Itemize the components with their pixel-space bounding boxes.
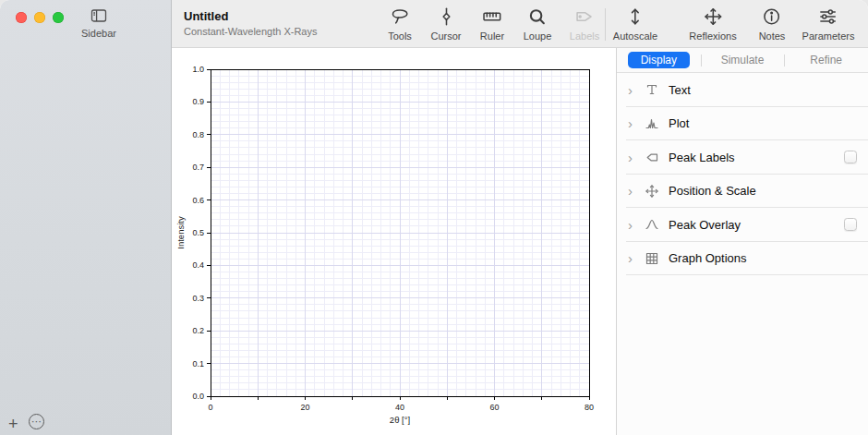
toolbar-button-label: Labels (570, 30, 599, 42)
sidebar-toggle-icon (90, 7, 108, 27)
chevron-right-icon[interactable]: › (628, 251, 640, 265)
svg-text:2θ [°]: 2θ [°] (390, 415, 410, 425)
close-window-button[interactable] (16, 12, 27, 23)
notes-info-icon (762, 6, 782, 30)
parameters-sliders-icon (818, 6, 838, 30)
inspector-tab-bar: Display Simulate Refine (617, 48, 868, 73)
reflexions-icon (703, 6, 723, 30)
svg-text:0.9: 0.9 (192, 97, 204, 106)
title-block: Untitled Constant-Wavelength X-Rays (184, 9, 318, 37)
inspector-section-plot[interactable]: › Plot (617, 107, 868, 141)
svg-text:0.4: 0.4 (192, 260, 204, 270)
inspector-panel: Display Simulate Refine › Text › Plot (616, 48, 868, 435)
ruler-icon (482, 6, 502, 30)
svg-text:0.0: 0.0 (192, 392, 204, 401)
svg-text:0.1: 0.1 (192, 359, 204, 369)
inspector-section-label: Position & Scale (669, 184, 756, 198)
inspector-section-peak-overlay[interactable]: › Peak Overlay (617, 208, 868, 242)
inspector-section-peak-labels[interactable]: › Peak Labels (617, 140, 868, 175)
section-checkbox[interactable] (844, 218, 857, 231)
autoscale-icon (625, 6, 645, 30)
cursor-tool-icon (436, 6, 456, 30)
chevron-right-icon[interactable]: › (628, 83, 640, 97)
toolbar: Sidebar Untitled Constant-Wavelength X-R… (0, 0, 868, 48)
chevron-right-icon[interactable]: › (628, 116, 640, 130)
tools-button[interactable]: Tools (388, 6, 412, 42)
svg-text:0.8: 0.8 (192, 130, 204, 139)
toolbar-button-label: Reflexions (689, 30, 736, 42)
svg-text:40: 40 (395, 403, 404, 412)
inspector-section-label: Peak Labels (669, 151, 735, 164)
chevron-right-icon[interactable]: › (628, 184, 640, 198)
toolbar-button-label: Loupe (524, 30, 552, 42)
sidebar-toggle-label: Sidebar (81, 28, 116, 39)
toolbar-button-label: Autoscale (613, 30, 657, 42)
chevron-right-icon[interactable]: › (628, 218, 640, 232)
toolbar-button-label: Cursor (430, 30, 461, 42)
plot-area: 0204060800.00.10.20.30.40.50.60.70.80.91… (172, 48, 616, 435)
cursor-button[interactable]: Cursor (430, 6, 461, 42)
loupe-icon (527, 6, 548, 30)
inspector-section-text[interactable]: › Text (617, 73, 868, 107)
ruler-button[interactable]: Ruler (480, 6, 504, 42)
more-options-button[interactable]: ⋯ (29, 414, 44, 429)
section-checkbox[interactable] (844, 151, 857, 163)
svg-text:0.2: 0.2 (192, 326, 204, 335)
loupe-button[interactable]: Loupe (524, 6, 552, 42)
graph-options-icon (643, 251, 661, 266)
parameters-button[interactable]: Parameters (802, 6, 855, 42)
text-icon (643, 82, 661, 97)
document-title: Untitled (184, 9, 318, 23)
tab-display[interactable]: Display (617, 48, 701, 72)
chevron-right-icon[interactable]: › (628, 151, 640, 164)
position-scale-icon (643, 184, 661, 199)
window-controls (16, 12, 64, 23)
add-button[interactable]: + (8, 416, 18, 432)
autoscale-button[interactable]: Autoscale (613, 6, 657, 42)
inspector-section-label: Text (669, 83, 691, 97)
diffraction-plot[interactable]: 0204060800.00.10.20.30.40.50.60.70.80.91… (172, 48, 616, 435)
peak-labels-icon (643, 150, 661, 164)
toolbar-button-label: Parameters (802, 30, 855, 42)
svg-text:0.5: 0.5 (192, 228, 204, 237)
inspector-section-label: Graph Options (669, 251, 747, 265)
labels-tag-icon (574, 6, 595, 30)
tab-refine-label: Refine (797, 52, 855, 68)
toolbar-button-label: Notes (759, 30, 786, 42)
tab-refine[interactable]: Refine (784, 48, 868, 72)
tab-simulate[interactable]: Simulate (701, 48, 785, 72)
svg-text:80: 80 (585, 403, 594, 412)
document-subtitle: Constant-Wavelength X-Rays (184, 26, 318, 37)
inspector-section-label: Peak Overlay (669, 218, 741, 232)
plot-icon (643, 116, 661, 131)
peak-overlay-icon (643, 217, 661, 232)
svg-text:1.0: 1.0 (192, 65, 204, 74)
svg-text:0.3: 0.3 (192, 294, 204, 303)
svg-text:0: 0 (208, 403, 212, 412)
minimize-window-button[interactable] (34, 12, 45, 23)
notes-button[interactable]: Notes (759, 6, 786, 42)
inspector-section-position-scale[interactable]: › Position & Scale (617, 175, 868, 209)
tab-simulate-label: Simulate (708, 52, 778, 68)
inspector-section-graph-options[interactable]: › Graph Options (617, 242, 868, 276)
reflexions-button[interactable]: Reflexions (689, 6, 736, 42)
svg-text:0.6: 0.6 (192, 196, 204, 205)
svg-text:Intensity: Intensity (175, 216, 186, 249)
inspector-section-label: Plot (669, 116, 689, 130)
sidebar-toggle-button[interactable]: Sidebar (74, 7, 124, 39)
svg-text:60: 60 (489, 403, 499, 412)
zoom-window-button[interactable] (53, 12, 64, 23)
tab-display-label: Display (628, 52, 690, 68)
svg-text:20: 20 (300, 403, 309, 412)
sidebar: + ⋯ (0, 0, 172, 435)
toolbar-separator (605, 8, 606, 41)
toolbar-button-label: Tools (388, 30, 412, 42)
app-window: + ⋯ 0204060800.00.10.20.30.40.50.60.70.8… (0, 0, 868, 435)
labels-button[interactable]: Labels (570, 6, 599, 42)
svg-text:0.7: 0.7 (192, 163, 204, 172)
lasso-tools-icon (390, 6, 410, 30)
toolbar-button-label: Ruler (480, 30, 504, 42)
